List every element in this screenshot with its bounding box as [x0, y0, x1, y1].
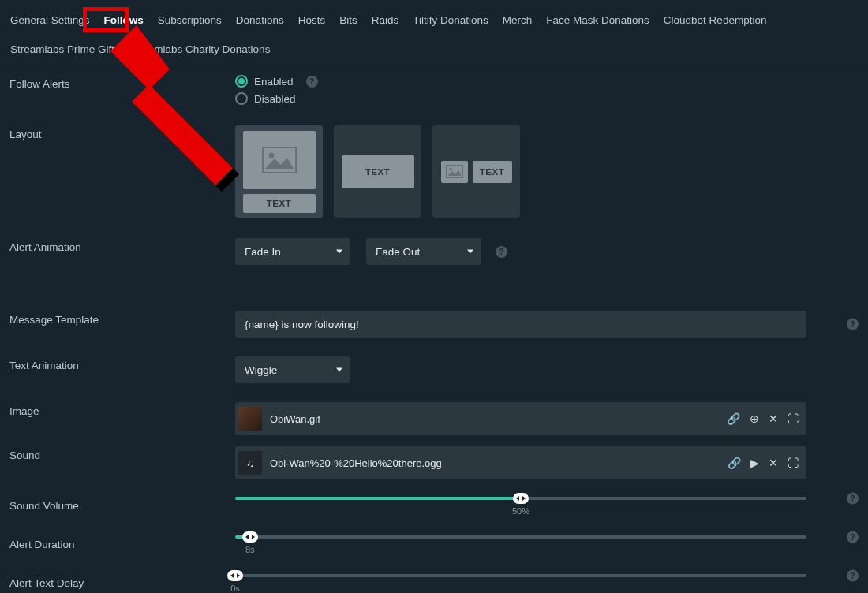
anim-in-dropdown[interactable]: Fade In: [235, 238, 350, 265]
radio-enabled[interactable]: Enabled ?: [235, 75, 318, 88]
image-placeholder-icon: TEXT: [342, 155, 414, 188]
message-template-input[interactable]: [235, 311, 806, 338]
help-icon[interactable]: ?: [847, 570, 859, 582]
music-note-icon: ♫: [238, 451, 262, 475]
label-message-template: Message Template: [9, 311, 235, 326]
tab-subscriptions[interactable]: Subscriptions: [151, 6, 229, 35]
image-file-name: ObiWan.gif: [270, 413, 719, 425]
grid-icon[interactable]: ⛶: [788, 457, 799, 469]
slider-thumb-icon[interactable]: [513, 493, 529, 504]
anim-out-value: Fade Out: [376, 246, 420, 258]
follow-alerts-radio-group: Enabled ? Disabled: [235, 75, 318, 105]
layout-options: TEXT TEXT TEXT: [235, 125, 520, 218]
label-image: Image: [9, 402, 235, 417]
tab-tiltify-donations[interactable]: Tiltify Donations: [406, 6, 496, 35]
tab-face-mask-donations[interactable]: Face Mask Donations: [539, 6, 657, 35]
sound-volume-slider[interactable]: 50%: [235, 497, 806, 500]
chevron-down-icon: [336, 368, 342, 372]
radio-disabled[interactable]: Disabled: [235, 92, 318, 105]
radio-enabled-label: Enabled: [254, 76, 294, 88]
help-icon[interactable]: ?: [847, 493, 859, 505]
layout-option-overlay[interactable]: TEXT: [334, 125, 421, 218]
sound-volume-value: 50%: [512, 506, 529, 516]
help-icon[interactable]: ?: [847, 531, 859, 543]
tab-streamlabs-prime-gift[interactable]: Streamlabs Prime Gift: [3, 35, 122, 65]
layout-text-label: TEXT: [473, 161, 512, 183]
radio-disabled-label: Disabled: [254, 93, 296, 105]
close-icon[interactable]: ✕: [769, 457, 778, 469]
alert-text-delay-slider[interactable]: 0s: [235, 574, 806, 577]
svg-rect-0: [263, 147, 296, 173]
tab-merch[interactable]: Merch: [496, 6, 540, 35]
sound-file-row: ♫ Obi-Wan%20-%20Hello%20there.ogg 🔗 ▶ ✕ …: [235, 446, 806, 479]
zoom-icon[interactable]: ⊕: [750, 412, 759, 425]
layout-text-label: TEXT: [243, 194, 316, 213]
tab-general-settings[interactable]: General Settings: [3, 6, 97, 35]
link-icon[interactable]: 🔗: [728, 457, 741, 469]
image-file-row: ObiWan.gif 🔗 ⊕ ✕ ⛶: [235, 402, 806, 435]
help-icon[interactable]: ?: [847, 319, 859, 330]
label-alert-animation: Alert Animation: [9, 238, 235, 253]
label-sound-volume: Sound Volume: [9, 497, 235, 512]
label-alert-text-delay: Alert Text Delay: [9, 574, 235, 589]
tab-bits[interactable]: Bits: [332, 6, 365, 35]
svg-point-1: [268, 152, 274, 158]
play-icon[interactable]: ▶: [750, 457, 759, 469]
help-icon[interactable]: ?: [306, 76, 318, 88]
slider-thumb-icon[interactable]: [227, 570, 243, 581]
tab-streamlabs-charity-donations[interactable]: Streamlabs Charity Donations: [122, 35, 277, 65]
text-animation-dropdown[interactable]: Wiggle: [235, 356, 350, 383]
grid-icon[interactable]: ⛶: [788, 412, 799, 425]
slider-thumb-icon[interactable]: [242, 531, 258, 543]
svg-rect-2: [446, 166, 462, 178]
anim-out-dropdown[interactable]: Fade Out: [366, 238, 481, 265]
image-placeholder-icon: [243, 131, 316, 189]
alert-duration-slider[interactable]: 8s: [235, 535, 806, 539]
svg-point-3: [449, 168, 452, 171]
tab-raids[interactable]: Raids: [365, 6, 406, 35]
alert-duration-value: 8s: [245, 545, 255, 554]
layout-option-side[interactable]: TEXT: [432, 125, 520, 218]
tab-follows[interactable]: Follows: [97, 6, 151, 35]
link-icon[interactable]: 🔗: [727, 412, 740, 425]
radio-circle-icon: [235, 92, 248, 105]
image-thumbnail: [238, 407, 262, 431]
tab-hosts[interactable]: Hosts: [291, 6, 333, 35]
tabs-bar: General Settings Follows Subscriptions D…: [0, 0, 868, 65]
alert-text-delay-value: 0s: [230, 584, 240, 593]
tab-donations[interactable]: Donations: [229, 6, 291, 35]
sound-file-name: Obi-Wan%20-%20Hello%20there.ogg: [270, 457, 720, 469]
image-placeholder-icon: [441, 161, 468, 183]
label-layout: Layout: [9, 125, 235, 140]
text-animation-value: Wiggle: [245, 364, 277, 376]
layout-text-label: TEXT: [358, 163, 398, 181]
label-text-animation: Text Animation: [9, 356, 235, 371]
label-follow-alerts: Follow Alerts: [9, 75, 235, 90]
content-area: Follow Alerts Enabled ? Disabled Layout: [0, 65, 868, 593]
label-alert-duration: Alert Duration: [9, 535, 235, 550]
close-icon[interactable]: ✕: [769, 412, 778, 425]
chevron-down-icon: [336, 250, 342, 254]
radio-circle-icon: [235, 75, 248, 88]
anim-in-value: Fade In: [245, 246, 281, 258]
chevron-down-icon: [467, 250, 473, 254]
label-sound: Sound: [9, 446, 235, 461]
layout-option-stacked[interactable]: TEXT: [235, 125, 323, 218]
tab-cloudbot-redemption[interactable]: Cloudbot Redemption: [657, 6, 774, 35]
help-icon[interactable]: ?: [496, 246, 507, 258]
